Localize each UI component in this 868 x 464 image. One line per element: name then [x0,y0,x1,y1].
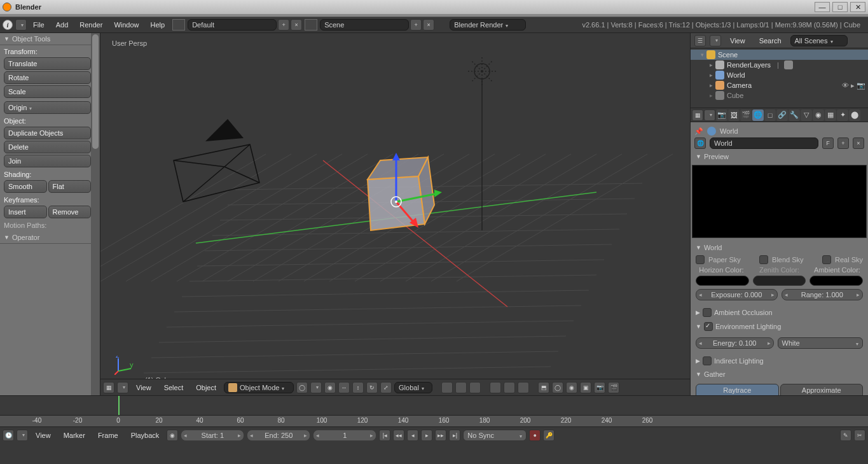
record-button[interactable]: ● [529,430,541,441]
layout-browse-icon[interactable] [172,19,185,31]
jump-start-icon[interactable]: |◂ [379,430,390,441]
preview-panel-header[interactable]: ▼Preview [691,151,868,162]
shading-mode-arrow[interactable] [310,382,322,393]
outliner-editor-dropdown[interactable] [710,35,721,46]
horizon-color-swatch[interactable] [696,276,749,286]
timeline-menu-frame[interactable]: Frame [93,430,123,441]
tab-scene[interactable]: 🎬 [740,109,752,121]
timeline-playhead[interactable] [118,396,120,415]
scene-browse-icon[interactable] [305,19,317,31]
timeline-ruler[interactable]: -40-200204060801001201401601802002202402… [0,415,868,426]
opengl-anim-icon[interactable]: 🎬 [608,382,619,393]
menu-add[interactable]: Add [51,19,74,31]
layer-btn-3[interactable] [469,382,481,393]
world-unlink-button[interactable]: × [853,137,864,149]
3dview-menu-view[interactable]: View [131,382,156,393]
render-preview-icon[interactable]: ▣ [580,382,591,393]
timeline-editor-dropdown[interactable] [17,430,28,441]
layout-delete-button[interactable]: × [291,19,302,31]
tab-world[interactable]: 🌐 [752,109,764,121]
outliner-item[interactable]: ▸World [691,70,868,80]
3dview-editor-icon[interactable]: ▦ [103,382,114,393]
3dview-editor-dropdown[interactable] [117,382,128,393]
outliner-item[interactable]: ▸RenderLayers| [691,60,868,70]
keying-set-icon[interactable]: 🔑 [543,430,555,441]
outliner-menu-search[interactable]: Search [754,35,787,46]
screen-layout-dropdown[interactable]: Default [188,19,277,31]
layer-btn-2[interactable] [455,382,467,393]
current-frame-field[interactable]: ◂1▸ [313,430,376,441]
approximate-tab[interactable]: Approximate [780,384,864,395]
translate-button[interactable]: Translate [4,57,91,70]
remove-button[interactable]: Remove [48,206,92,218]
indirect-checkbox[interactable] [703,356,712,365]
shading-dropdown[interactable]: ◯ [296,382,308,393]
tab-physics[interactable]: ⬤ [849,109,860,121]
timeline-menu-view[interactable]: View [31,430,56,441]
orientation-dropdown[interactable]: Global [394,382,432,393]
3d-viewport[interactable]: User Persp zy (1) Cube ▦ View Select Obj… [100,33,690,395]
3dview-menu-object[interactable]: Object [191,382,221,393]
start-frame-field[interactable]: ◂Start: 1▸ [181,430,244,441]
ao-panel-header[interactable]: ▶Ambient Occlusion [691,306,868,319]
pin-icon[interactable]: 📌 [694,127,703,136]
tab-render[interactable]: 📷 [716,109,727,121]
keyframe-prev-icon[interactable]: ◂◂ [393,430,404,441]
outliner-filter-dropdown[interactable]: All Scenes [790,35,848,46]
mode-dropdown[interactable]: Object Mode [224,382,294,393]
jump-end-icon[interactable]: ▸| [449,430,460,441]
timeline-editor-icon[interactable]: 🕒 [3,430,14,441]
scene-dropdown[interactable]: Scene [320,19,409,31]
world-name-field[interactable]: World [710,137,818,149]
properties-editor-dropdown[interactable] [704,109,715,121]
raytrace-tab[interactable]: Raytrace [696,384,779,395]
proportional-edit-icon[interactable]: ◉ [566,382,577,393]
properties-editor-icon[interactable]: ▦ [692,109,703,121]
sync-dropdown[interactable]: No Sync [463,430,527,441]
menu-file[interactable]: File [28,19,50,31]
timeline-extra-2[interactable]: ✂ [854,430,865,441]
timeline-menu-marker[interactable]: Marker [59,430,90,441]
snap-toggle-icon[interactable]: ⬒ [538,382,549,393]
tab-renderlayers[interactable]: 🖼 [728,109,740,121]
layout-add-button[interactable]: + [278,19,289,31]
ambient-color-swatch[interactable] [809,276,863,286]
operator-header[interactable]: ▼Operator [0,232,100,244]
keyframe-next-icon[interactable]: ▸▸ [435,430,446,441]
env-color-dropdown[interactable]: White [778,337,864,349]
outliner-item[interactable]: ▾Scene [691,50,868,60]
opengl-render-icon[interactable]: 📷 [594,382,605,393]
play-icon[interactable]: ▸ [421,430,432,441]
tab-constraints[interactable]: 🔗 [776,109,788,121]
play-reverse-icon[interactable]: ◂ [407,430,418,441]
scene-add-button[interactable]: + [410,19,422,31]
tab-object[interactable]: □ [764,109,776,121]
object-tools-header[interactable]: ▼Object Tools [0,33,100,45]
paper-sky-checkbox[interactable] [696,255,705,264]
world-browse-icon[interactable]: 🌐 [694,137,706,149]
zenith-color-swatch[interactable] [753,276,806,286]
menu-help[interactable]: Help [146,19,170,31]
insert-button[interactable]: Insert [4,206,47,218]
minimize-button[interactable]: — [815,2,830,12]
render-engine-dropdown[interactable]: Blender Render [450,19,526,31]
layer-btn-1[interactable] [441,382,453,393]
menu-window[interactable]: Window [109,19,144,31]
energy-field[interactable]: ◂Energy: 0.100▸ [696,337,774,349]
layer-btn-6[interactable] [518,382,529,393]
exposure-field[interactable]: ◂Exposure: 0.000▸ [696,289,778,300]
layer-btn-5[interactable] [504,382,515,393]
flat-button[interactable]: Flat [48,180,92,193]
auto-keyframe-icon[interactable]: ◉ [167,430,178,441]
tab-data[interactable]: ▽ [801,109,812,121]
pivot-dropdown[interactable]: ◉ [324,382,336,393]
ao-checkbox[interactable] [703,308,712,317]
indirect-lighting-header[interactable]: ▶Indirect Lighting [691,355,868,367]
rotate-button[interactable]: Rotate [4,71,91,84]
scene-delete-button[interactable]: × [423,19,434,31]
snap-type-icon[interactable]: ◯ [552,382,563,393]
editor-type-dropdown[interactable] [15,19,27,31]
tab-material[interactable]: ◉ [813,109,824,121]
blend-sky-checkbox[interactable] [759,255,768,264]
join-button[interactable]: Join [4,155,91,167]
